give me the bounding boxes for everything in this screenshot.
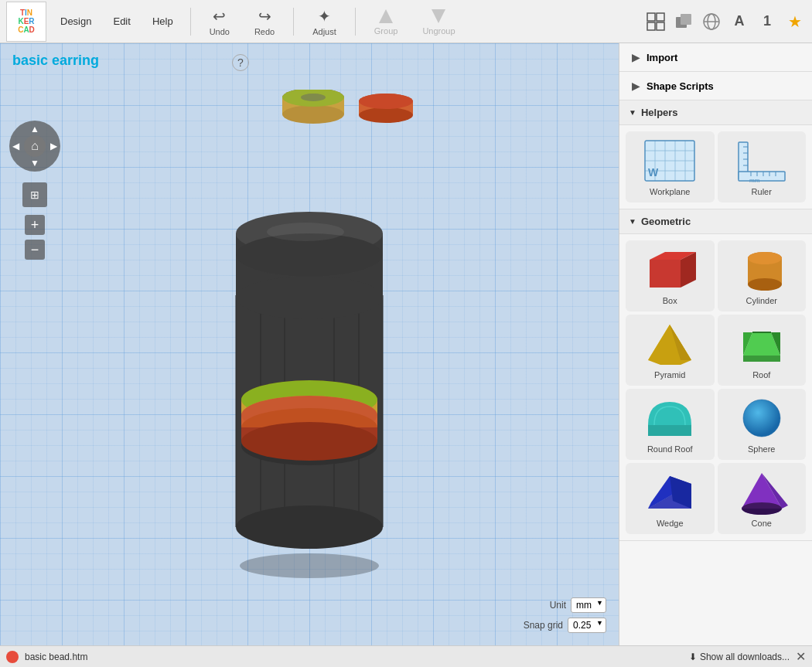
pyramid-item[interactable]: Pyramid bbox=[626, 315, 715, 386]
svg-rect-4 bbox=[647, 22, 655, 30]
shape-scripts-label: Shape Scripts bbox=[647, 80, 714, 92]
text-icon-label: A bbox=[735, 13, 745, 29]
geometric-header[interactable]: ▼ Geometric bbox=[619, 209, 812, 234]
nav-ring[interactable]: ▲ ▼ ◀ ▶ ⌂ bbox=[9, 121, 60, 172]
preview-bottom-shape bbox=[355, 94, 417, 128]
ruler-svg: mm bbox=[735, 139, 788, 182]
zoom-out-btn[interactable]: − bbox=[25, 240, 45, 260]
download-icon: ⬇ bbox=[689, 652, 697, 662]
helpers-label: Helpers bbox=[641, 107, 678, 118]
nav-right[interactable]: ▶ bbox=[50, 141, 57, 151]
svg-rect-7 bbox=[681, 14, 691, 25]
number-icon[interactable]: 1 bbox=[756, 11, 778, 32]
svg-rect-76 bbox=[650, 260, 681, 288]
star-icon[interactable]: ★ bbox=[784, 11, 806, 32]
snap-select[interactable]: 0.1 0.25 0.5 1.0 bbox=[568, 618, 606, 633]
svg-point-79 bbox=[748, 278, 782, 291]
cube-view-icon[interactable] bbox=[673, 11, 694, 32]
geometric-arrow: ▼ bbox=[629, 217, 636, 226]
separator bbox=[190, 8, 191, 36]
ruler-visual: mm bbox=[735, 138, 789, 184]
sphere-svg bbox=[735, 396, 788, 441]
panel-scroll-area[interactable]: ▶ Import ▶ Shape Scripts ▼ Helpers bbox=[619, 43, 812, 645]
box-item[interactable]: Box bbox=[626, 240, 715, 311]
group-label: Group bbox=[374, 26, 398, 36]
grid-view-icon[interactable] bbox=[645, 11, 667, 32]
star-icon-label: ★ bbox=[788, 12, 802, 31]
nav-down[interactable]: ▼ bbox=[30, 158, 39, 168]
wedge-label: Wedge bbox=[657, 519, 684, 528]
number-icon-label: 1 bbox=[763, 13, 771, 29]
panel-bottom-space bbox=[619, 541, 812, 556]
group-button[interactable]: Group bbox=[365, 5, 408, 39]
ruler-item[interactable]: mm Ruler bbox=[718, 131, 807, 202]
round-roof-label: Round Roof bbox=[647, 444, 693, 454]
cone-visual bbox=[735, 469, 789, 516]
svg-point-15 bbox=[301, 94, 326, 101]
canvas-area[interactable]: basic earring ? ▲ ▼ ◀ ▶ ⌂ ⊞ + − bbox=[0, 43, 619, 645]
cylinder-item[interactable]: Cylinder bbox=[718, 240, 807, 311]
help-button[interactable]: ? bbox=[232, 54, 249, 71]
globe-icon-svg bbox=[702, 12, 721, 31]
design-menu[interactable]: Design bbox=[53, 12, 99, 30]
shape-scripts-row[interactable]: ▶ Shape Scripts bbox=[619, 72, 812, 100]
snap-select-wrap: 0.1 0.25 0.5 1.0 bbox=[568, 618, 606, 633]
unit-select[interactable]: mm in bbox=[571, 597, 606, 613]
workplane-item[interactable]: W Workplane bbox=[626, 131, 715, 202]
geometric-grid: Box Cylinder bbox=[619, 234, 812, 540]
ruler-label: Ruler bbox=[752, 187, 772, 196]
ungroup-icon bbox=[430, 8, 447, 25]
separator-3 bbox=[355, 8, 356, 36]
cone-label: Cone bbox=[752, 519, 772, 528]
bottom-bar: basic bead.htm ⬇ Show all downloads... ✕ bbox=[0, 645, 812, 667]
close-button[interactable]: ✕ bbox=[796, 649, 806, 664]
app-logo[interactable]: TIN KER CAD bbox=[6, 2, 46, 42]
ungroup-button[interactable]: Ungroup bbox=[413, 5, 464, 39]
undo-icon: ↩ bbox=[213, 7, 226, 26]
svg-point-13 bbox=[282, 105, 344, 124]
main-area: basic earring ? ▲ ▼ ◀ ▶ ⌂ ⊞ + − bbox=[0, 43, 812, 645]
round-roof-item[interactable]: Round Roof bbox=[626, 389, 715, 460]
cone-item[interactable]: Cone bbox=[718, 463, 807, 534]
undo-button[interactable]: ↩ Undo bbox=[200, 4, 239, 39]
grid-icon-svg bbox=[647, 12, 665, 31]
redo-icon: ↪ bbox=[258, 7, 271, 26]
view-mode-btn[interactable]: ⊞ bbox=[22, 182, 47, 207]
cylinder-label: Cylinder bbox=[746, 296, 777, 305]
adjust-label: Adjust bbox=[312, 27, 336, 36]
helpers-header[interactable]: ▼ Helpers bbox=[619, 100, 812, 125]
svg-point-41 bbox=[241, 422, 377, 461]
cone-svg bbox=[735, 470, 788, 515]
help-menu[interactable]: Help bbox=[145, 12, 181, 30]
downloads-button[interactable]: ⬇ Show all downloads... bbox=[689, 652, 790, 662]
helpers-section: ▼ Helpers bbox=[619, 100, 812, 209]
sphere-item[interactable]: Sphere bbox=[718, 389, 807, 460]
box-visual bbox=[643, 247, 697, 293]
shape-scripts-section: ▶ Shape Scripts bbox=[619, 72, 812, 100]
roof-item[interactable]: Roof bbox=[718, 315, 807, 386]
svg-point-80 bbox=[748, 252, 782, 264]
globe-icon[interactable] bbox=[701, 11, 722, 32]
zoom-in-btn[interactable]: + bbox=[25, 215, 45, 235]
edit-menu[interactable]: Edit bbox=[105, 12, 138, 30]
import-section: ▶ Import bbox=[619, 43, 812, 72]
text-icon[interactable]: A bbox=[728, 11, 750, 32]
cube-icon-svg bbox=[674, 12, 693, 31]
svg-text:mm: mm bbox=[749, 177, 760, 182]
sphere-label: Sphere bbox=[748, 444, 775, 454]
nav-home[interactable]: ⌂ bbox=[24, 135, 46, 157]
project-title: basic earring bbox=[12, 53, 99, 69]
roof-label: Roof bbox=[752, 370, 770, 379]
browser-url: basic bead.htm bbox=[25, 652, 683, 662]
pyramid-label: Pyramid bbox=[654, 370, 685, 379]
redo-button[interactable]: ↪ Redo bbox=[245, 4, 284, 39]
nav-up[interactable]: ▲ bbox=[30, 124, 39, 134]
shape-scripts-arrow: ▶ bbox=[632, 80, 640, 92]
adjust-button[interactable]: ✦ Adjust bbox=[303, 4, 346, 39]
wedge-item[interactable]: Wedge bbox=[626, 463, 715, 534]
nav-left[interactable]: ◀ bbox=[12, 141, 19, 151]
roof-visual bbox=[735, 321, 789, 367]
round-roof-svg bbox=[643, 396, 696, 441]
import-row[interactable]: ▶ Import bbox=[619, 43, 812, 71]
svg-rect-89 bbox=[648, 425, 691, 436]
